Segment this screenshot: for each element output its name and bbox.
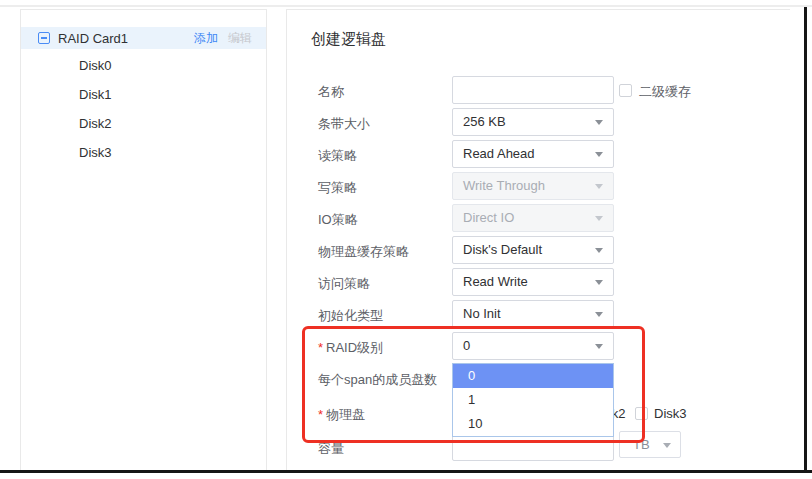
- access-policy-row: 访问策略 Read Write: [287, 268, 790, 296]
- chevron-down-icon: [595, 312, 603, 317]
- physical-disks-label: *物理盘: [318, 406, 365, 424]
- io-policy-value: Direct IO: [463, 210, 514, 225]
- init-type-row: 初始化类型 No Init: [287, 300, 790, 328]
- read-policy-value: Read Ahead: [463, 146, 535, 161]
- disk-cache-policy-value: Disk's Default: [463, 242, 542, 257]
- screenshot-top-edge: [0, 5, 812, 7]
- secondary-cache-checkbox[interactable]: [619, 84, 632, 97]
- required-mark: *: [318, 340, 323, 355]
- capacity-row: 容量 TB: [287, 433, 790, 461]
- init-type-value: No Init: [463, 306, 501, 321]
- init-type-label: 初始化类型: [318, 307, 383, 325]
- chevron-down-icon: [595, 248, 603, 253]
- disk-cache-policy-label: 物理盘缓存策略: [318, 243, 409, 261]
- write-policy-label: 写策略: [318, 179, 357, 197]
- disk-cache-policy-row: 物理盘缓存策略 Disk's Default: [287, 236, 790, 264]
- secondary-cache-label: 二级缓存: [639, 83, 691, 101]
- page-title: 创建逻辑盘: [311, 30, 386, 49]
- write-policy-row: 写策略 Write Through: [287, 172, 790, 200]
- capacity-label: 容量: [318, 440, 344, 458]
- edit-link[interactable]: 编辑: [228, 30, 252, 47]
- dropdown-option-1[interactable]: 1: [453, 388, 613, 412]
- read-policy-row: 读策略 Read Ahead: [287, 140, 790, 168]
- init-type-select[interactable]: No Init: [452, 300, 614, 328]
- required-mark: *: [318, 407, 323, 422]
- read-policy-select[interactable]: Read Ahead: [452, 140, 614, 168]
- raid-level-dropdown-list: 0 1 10: [452, 363, 614, 437]
- screenshot-bottom-border: [0, 470, 812, 473]
- write-policy-select: Write Through: [452, 172, 614, 200]
- raid-card-label: RAID Card1: [58, 31, 128, 46]
- sidebar-item-disk0[interactable]: Disk0: [79, 57, 112, 75]
- name-row: 名称 二级缓存: [287, 76, 790, 104]
- io-policy-select: Direct IO: [452, 204, 614, 232]
- io-policy-row: IO策略 Direct IO: [287, 204, 790, 232]
- sidebar-item-disk3[interactable]: Disk3: [79, 144, 112, 162]
- dropdown-option-0[interactable]: 0: [453, 364, 613, 388]
- capacity-input[interactable]: [452, 433, 614, 461]
- raid-level-value: 0: [463, 338, 470, 353]
- disk3-checkbox-label: Disk3: [654, 406, 687, 421]
- stripe-size-select[interactable]: 256 KB: [452, 108, 614, 136]
- create-logical-disk-panel: 创建逻辑盘 名称 二级缓存 条带大小 256 KB 读策略 Read Ahead…: [286, 9, 790, 470]
- raid-level-label: *RAID级别: [318, 339, 383, 357]
- disk-cache-policy-select[interactable]: Disk's Default: [452, 236, 614, 264]
- chevron-down-icon: [595, 152, 603, 157]
- chevron-down-icon: [663, 443, 671, 448]
- access-policy-select[interactable]: Read Write: [452, 268, 614, 296]
- sidebar-item-disk2[interactable]: Disk2: [79, 115, 112, 133]
- capacity-unit-select[interactable]: TB: [619, 431, 681, 458]
- stripe-size-label: 条带大小: [318, 115, 370, 133]
- raid-level-row: *RAID级别 0: [287, 332, 790, 360]
- chevron-down-icon: [595, 344, 603, 349]
- sidebar-item-disk1[interactable]: Disk1: [79, 86, 112, 104]
- chevron-down-icon: [595, 120, 603, 125]
- access-policy-value: Read Write: [463, 274, 528, 289]
- device-tree-sidebar: RAID Card1 添加 编辑 Disk0 Disk1 Disk2 Disk3: [20, 9, 267, 470]
- chevron-down-icon: [595, 184, 603, 189]
- screenshot-right-border: [804, 7, 807, 473]
- stripe-size-value: 256 KB: [463, 114, 506, 129]
- raid-config-screen: { "colors": { "accent_blue": "#3d87f5", …: [0, 0, 812, 479]
- disk3-checkbox[interactable]: [635, 407, 648, 420]
- add-link[interactable]: 添加: [194, 30, 218, 47]
- capacity-unit-value: TB: [633, 437, 650, 452]
- stripe-size-row: 条带大小 256 KB: [287, 108, 790, 136]
- dropdown-option-10[interactable]: 10: [453, 412, 613, 436]
- name-input[interactable]: [452, 76, 614, 104]
- access-policy-label: 访问策略: [318, 275, 370, 293]
- chevron-down-icon: [595, 216, 603, 221]
- collapse-minus-icon[interactable]: [38, 32, 50, 44]
- name-label: 名称: [318, 83, 344, 101]
- sidebar-item-raid-card1[interactable]: RAID Card1 添加 编辑: [21, 27, 266, 49]
- io-policy-label: IO策略: [318, 211, 358, 229]
- write-policy-value: Write Through: [463, 178, 545, 193]
- span-members-label: 每个span的成员盘数: [318, 371, 437, 389]
- raid-level-select[interactable]: 0: [452, 332, 614, 360]
- raid-card-actions: 添加 编辑: [194, 30, 252, 47]
- chevron-down-icon: [595, 280, 603, 285]
- read-policy-label: 读策略: [318, 147, 357, 165]
